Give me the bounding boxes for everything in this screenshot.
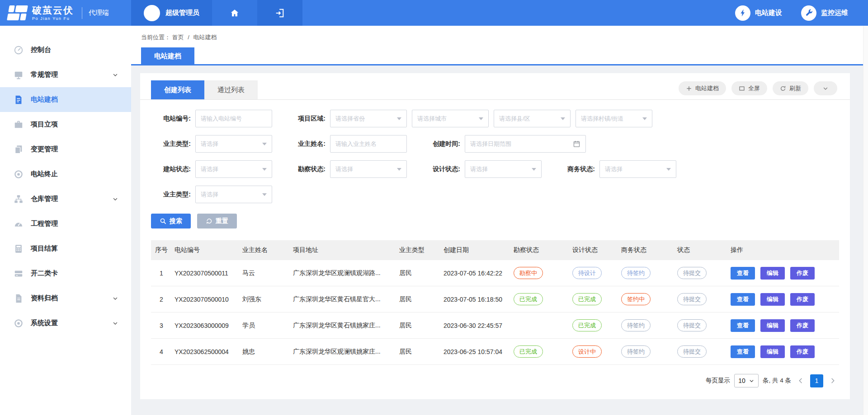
sidebar-item-4[interactable]: 变更管理 xyxy=(0,137,131,162)
cell-project-address: 广东深圳龙华区观澜镇观湖路... xyxy=(290,260,396,286)
sidebar-item-10[interactable]: 资料归档 xyxy=(0,286,131,311)
sidebar-item-2[interactable]: 电站建档 xyxy=(0,87,131,112)
scrollbar-track[interactable] xyxy=(863,26,868,415)
edit-button[interactable]: 编辑 xyxy=(760,293,785,306)
edit-button[interactable]: 编辑 xyxy=(760,319,785,332)
void-button[interactable]: 作废 xyxy=(790,267,815,280)
sidebar-item-label: 常规管理 xyxy=(31,70,112,79)
page-tab-row: 电站建档 xyxy=(131,47,868,65)
view-button[interactable]: 查看 xyxy=(731,267,755,280)
void-button[interactable]: 作废 xyxy=(790,293,815,306)
search-button[interactable]: 搜索 xyxy=(151,214,191,228)
toolbar-button-2[interactable]: 刷新 xyxy=(773,81,808,95)
prev-page-button[interactable] xyxy=(797,377,804,384)
document-icon xyxy=(14,95,24,105)
per-page-value: 10 xyxy=(738,377,745,384)
edit-button[interactable]: 编辑 xyxy=(760,345,785,358)
sidebar-item-11[interactable]: 系统设置 xyxy=(0,311,131,336)
view-button[interactable]: 查看 xyxy=(731,293,755,306)
cell-station-code: YX2023070500011 xyxy=(172,260,240,286)
select-placeholder: 请选择县/区 xyxy=(499,115,530,123)
station-code-input[interactable] xyxy=(195,110,272,127)
cell-seq: 2 xyxy=(151,286,172,312)
toolbar-button-1[interactable]: 全屏 xyxy=(731,81,767,95)
main-area: 当前位置： 首页 / 电站建档 电站建档 创建列表通过列表 电站建档全屏刷新 电… xyxy=(131,26,868,415)
table-row: 2YX2023070500010刘强东广东深圳龙华区黄石镇星官大...居民202… xyxy=(151,286,839,312)
toolbar-button-3[interactable] xyxy=(814,81,837,95)
chevron-down-icon xyxy=(822,85,829,92)
view-button[interactable]: 查看 xyxy=(731,345,755,358)
status-badge: 签约中 xyxy=(621,293,651,305)
sidebar-item-9[interactable]: 开二类卡 xyxy=(0,261,131,286)
topbar-spacer xyxy=(302,0,735,26)
sidebar-item-1[interactable]: 常规管理 xyxy=(0,62,131,87)
cell-seq: 1 xyxy=(151,260,172,286)
city-select[interactable]: 请选择城市 xyxy=(412,110,489,127)
owner-type-select-2[interactable]: 请选择 xyxy=(195,186,272,203)
sidebar-item-0[interactable]: 控制台 xyxy=(0,37,131,62)
owner-name-input[interactable] xyxy=(330,135,407,153)
column-header: 状态 xyxy=(675,240,728,260)
refresh-icon xyxy=(780,85,786,92)
create-time-daterange[interactable]: 请选择日期范围 xyxy=(465,135,586,153)
sidebar-item-label: 项目立项 xyxy=(31,120,118,129)
cell-actions: 查看编辑作废 xyxy=(728,286,839,312)
breadcrumb-home[interactable]: 首页 xyxy=(172,34,184,41)
design-status-select[interactable]: 请选择 xyxy=(465,160,542,178)
cell-business-status: 待签约 xyxy=(618,312,675,339)
status-badge: 待提交 xyxy=(677,319,707,331)
toolbar-button-0[interactable]: 电站建档 xyxy=(679,81,726,95)
edition-label: 代理端 xyxy=(89,9,109,17)
view-button[interactable]: 查看 xyxy=(731,319,755,332)
build-status-select[interactable]: 请选择 xyxy=(195,160,272,178)
sidebar-item-label: 资料归档 xyxy=(31,294,112,303)
edit-button[interactable]: 编辑 xyxy=(760,267,785,280)
per-page-select[interactable]: 10 xyxy=(734,374,759,387)
town-select[interactable]: 请选择村镇/街道 xyxy=(576,110,652,127)
sidebar-item-label: 变更管理 xyxy=(31,145,118,154)
caret-down-icon xyxy=(532,168,536,171)
tab-1[interactable]: 通过列表 xyxy=(204,80,258,99)
cell-station-code: YX2023062500004 xyxy=(172,339,240,365)
logout-button[interactable] xyxy=(257,0,302,26)
page-1-button[interactable]: 1 xyxy=(810,374,823,387)
cell-owner-name: 姚忠 xyxy=(240,339,290,365)
filter-label: 创建时间: xyxy=(420,140,460,148)
topbar-link-0[interactable]: 电站建设 xyxy=(735,5,782,21)
sidebar-item-8[interactable]: 项目结算 xyxy=(0,236,131,261)
cell-owner-name: 学员 xyxy=(240,312,290,339)
sidebar-item-3[interactable]: 项目立项 xyxy=(0,112,131,137)
avatar xyxy=(144,5,160,21)
sidebar-item-5[interactable]: 电站终止 xyxy=(0,162,131,187)
card-icon xyxy=(14,269,24,279)
topbar-link-1[interactable]: 监控运维 xyxy=(801,5,848,21)
caret-down-icon xyxy=(397,117,401,120)
county-select[interactable]: 请选择县/区 xyxy=(494,110,571,127)
survey-status-select[interactable]: 请选择 xyxy=(330,160,407,178)
wrench-icon xyxy=(801,5,816,21)
status-badge: 勘察中 xyxy=(514,267,543,279)
page-tab[interactable]: 电站建档 xyxy=(141,47,194,64)
sidebar: 控制台常规管理电站建档项目立项变更管理电站终止仓库管理工程管理项目结算开二类卡资… xyxy=(0,26,131,415)
sidebar-item-7[interactable]: 工程管理 xyxy=(0,211,131,236)
owner-type-select[interactable]: 请选择 xyxy=(195,135,272,153)
sidebar-item-6[interactable]: 仓库管理 xyxy=(0,187,131,211)
chevron-down-icon xyxy=(112,196,118,202)
cell-project-address: 广东深圳龙华区观澜镇姚家庄... xyxy=(290,339,396,365)
reset-button-label: 重置 xyxy=(216,217,228,225)
reset-button[interactable]: 重置 xyxy=(197,214,237,228)
chevron-down-icon xyxy=(112,72,118,78)
user-menu[interactable]: 超级管理员 xyxy=(131,0,212,26)
tab-0[interactable]: 创建列表 xyxy=(151,80,204,99)
logo[interactable]: 破茧云伏 Po Jian Yun Fu 代理端 xyxy=(0,0,131,26)
select-placeholder: 请选择 xyxy=(605,165,623,173)
home-button[interactable] xyxy=(212,0,257,26)
filter-group: 商务状态:请选择 xyxy=(555,160,676,178)
void-button[interactable]: 作废 xyxy=(790,319,815,332)
void-button[interactable]: 作废 xyxy=(790,345,815,358)
cell-business-status: 待签约 xyxy=(618,260,675,286)
next-page-button[interactable] xyxy=(829,377,836,384)
select-placeholder: 请选择 xyxy=(470,165,488,173)
province-select[interactable]: 请选择省份 xyxy=(330,110,407,127)
business-status-select[interactable]: 请选择 xyxy=(599,160,676,178)
